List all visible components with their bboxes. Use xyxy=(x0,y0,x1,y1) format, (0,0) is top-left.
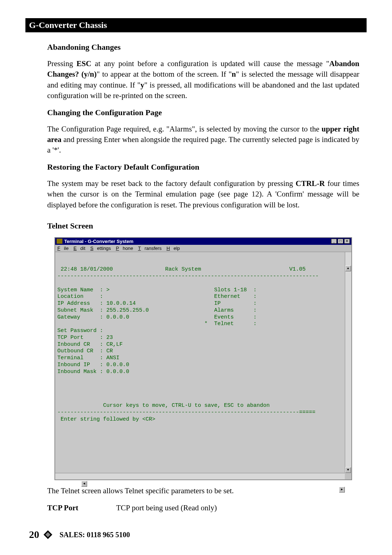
text-ctrlr: CTRL-R xyxy=(295,179,325,188)
scrollbar-vertical[interactable]: ▲ ▼ xyxy=(345,252,351,479)
menubar: File Edit Settings Phone Transfers Help xyxy=(55,245,351,252)
terminal-content: 22:48 18/01/2000 Rack System V1.05 -----… xyxy=(57,266,349,450)
footer: 20 SALES: 0118 965 5100 xyxy=(29,529,130,540)
text: at any point before a configuration is u… xyxy=(91,59,329,68)
close-button[interactable]: × xyxy=(344,239,350,244)
menu-settings[interactable]: Settings xyxy=(90,246,111,251)
text: The Configuration Page required, e.g. "A… xyxy=(47,125,322,133)
content-section: Abandoning Changes Pressing ESC at any p… xyxy=(47,42,359,513)
scroll-up-button[interactable]: ▲ xyxy=(345,266,351,271)
page-number: 20 xyxy=(29,529,39,540)
header-bar: G-Converter Chassis xyxy=(25,18,367,32)
text: and pressing Enter when alongside the re… xyxy=(47,135,359,154)
scrollbar-horizontal[interactable]: ◄ ► xyxy=(55,473,351,479)
para-restoring: The system may be reset back to the fact… xyxy=(47,178,359,210)
menu-edit[interactable]: Edit xyxy=(74,246,85,251)
scroll-corner xyxy=(345,473,351,479)
footer-text: SALES: 0118 965 5100 xyxy=(60,531,130,539)
heading-telnet: Telnet Screen xyxy=(47,221,359,231)
para-changing: The Configuration Page required, e.g. "A… xyxy=(47,124,359,156)
scroll-down-button[interactable]: ▼ xyxy=(345,467,351,473)
text-esc: ESC xyxy=(77,59,91,68)
logo-icon xyxy=(43,530,53,540)
titlebar-left: Terminal - G-Converter System xyxy=(57,239,133,244)
heading-changing: Changing the Configuration Page xyxy=(47,108,359,117)
window-title: Terminal - G-Converter System xyxy=(64,239,133,244)
text-y: y xyxy=(140,81,144,89)
text: Pressing xyxy=(47,59,77,68)
scroll-right-button[interactable]: ► xyxy=(339,487,345,493)
header-title: G-Converter Chassis xyxy=(29,20,107,30)
titlebar-buttons: _ □ × xyxy=(331,239,350,244)
app-icon xyxy=(57,239,62,244)
scroll-left-button[interactable]: ◄ xyxy=(81,481,87,487)
menu-phone[interactable]: Phone xyxy=(116,246,133,251)
maximize-button[interactable]: □ xyxy=(338,239,343,244)
text-n: n xyxy=(232,70,236,78)
heading-abandoning: Abandoning Changes xyxy=(47,42,359,52)
para-abandon: Pressing ESC at any point before a confi… xyxy=(47,58,359,101)
titlebar: Terminal - G-Converter System _ □ × xyxy=(55,238,351,245)
terminal-window: Terminal - G-Converter System _ □ × File… xyxy=(54,237,352,480)
terminal-body[interactable]: 22:48 18/01/2000 Rack System V1.05 -----… xyxy=(55,252,351,479)
heading-restoring: Restoring the Factory Default Configurat… xyxy=(47,162,359,172)
definition-row: TCP Port TCP port being used (Read only) xyxy=(47,503,359,513)
text: The system may be reset back to the fact… xyxy=(47,179,295,188)
text: " to appear at the bottom of the screen.… xyxy=(97,70,232,78)
menu-file[interactable]: File xyxy=(57,246,69,251)
menu-transfers[interactable]: Transfers xyxy=(138,246,162,251)
minimize-button[interactable]: _ xyxy=(331,239,337,244)
telnet-caption: The Telnet screen allows Telnet specific… xyxy=(47,486,359,496)
menu-help[interactable]: Help xyxy=(167,246,180,251)
def-desc: TCP port being used (Read only) xyxy=(116,503,217,513)
